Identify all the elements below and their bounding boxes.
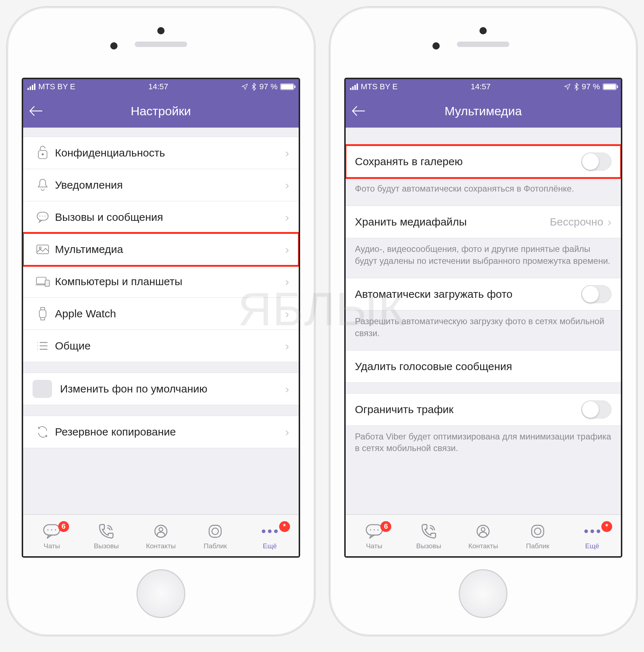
list-icon [33, 341, 53, 351]
clock-label: 14:57 [471, 82, 491, 91]
settings-row-notifications[interactable]: Уведомления › [23, 169, 299, 201]
row-delete-voice[interactable]: Удалить голосовые сообщения [346, 350, 621, 383]
toggle-limit-traffic[interactable] [581, 400, 611, 419]
settings-row-change-background[interactable]: Изменить фон по умолчанию › [23, 373, 299, 405]
row-label: Автоматически загружать фото [355, 288, 581, 300]
svg-point-4 [39, 247, 41, 249]
row-save-to-gallery[interactable]: Сохранять в галерею [346, 145, 621, 178]
tab-public[interactable]: Паблик [511, 522, 565, 550]
back-button[interactable] [346, 105, 371, 117]
tab-label: Ещё [585, 542, 599, 550]
chevron-right-icon: › [285, 275, 289, 288]
row-label: Apple Watch [53, 308, 285, 320]
tab-chats[interactable]: 6 Чаты [25, 522, 79, 550]
svg-rect-11 [209, 525, 221, 537]
row-auto-download[interactable]: Автоматически загружать фото [346, 278, 621, 310]
tab-contacts[interactable]: Контакты [133, 522, 188, 550]
camera-dot [157, 27, 165, 34]
chevron-right-icon: › [285, 425, 289, 439]
settings-row-calls-messages[interactable]: Вызовы и сообщения › [23, 201, 299, 233]
svg-point-23 [597, 529, 600, 533]
wallpaper-thumb [33, 380, 52, 398]
row-value: Бессрочно [550, 216, 603, 228]
signal-icon [350, 83, 358, 90]
speaker-grille [457, 42, 509, 47]
chats-badge: 6 [58, 521, 69, 532]
bluetooth-icon [574, 83, 579, 91]
svg-rect-20 [534, 528, 541, 535]
svg-rect-19 [532, 525, 543, 537]
location-icon [241, 83, 248, 90]
row-label: Конфиденциальность [53, 147, 285, 159]
more-icon [583, 522, 601, 541]
phone-icon [98, 522, 115, 541]
screen-left: MTS BY E 14:57 97 % Настройки [22, 78, 300, 558]
chat-icon [33, 211, 53, 223]
row-label: Общие [53, 340, 285, 352]
row-label: Мультимедиа [53, 243, 285, 256]
tab-label: Чаты [44, 542, 60, 550]
settings-row-general[interactable]: Общие › [23, 330, 299, 362]
watch-icon [33, 306, 53, 321]
row-label: Компьютеры и планшеты [53, 275, 285, 288]
speaker-grille [135, 42, 187, 47]
svg-point-13 [262, 529, 265, 533]
tab-chats[interactable]: 6 Чаты [347, 522, 402, 550]
footer-limit-traffic: Работа Viber будет оптимизирована для ми… [346, 426, 621, 455]
tab-bar: 6 Чаты Вызовы Контакты [23, 514, 299, 556]
svg-point-14 [268, 529, 272, 533]
more-icon [261, 522, 279, 541]
footer-store-media: Аудио-, видеосообщения, фото и другие пр… [346, 238, 621, 267]
tab-contacts[interactable]: Контакты [456, 522, 511, 550]
tab-calls[interactable]: Вызовы [401, 522, 456, 550]
svg-point-21 [584, 529, 588, 533]
page-title: Настройки [23, 104, 299, 118]
svg-point-1 [42, 154, 43, 155]
chevron-right-icon: › [285, 243, 289, 256]
row-label: Хранить медиафайлы [355, 216, 550, 228]
devices-icon [33, 276, 53, 287]
camera-dot [479, 27, 487, 34]
nav-bar: Настройки [23, 94, 299, 128]
tab-label: Ещё [263, 542, 277, 550]
tab-label: Вызовы [416, 542, 441, 550]
tab-label: Контакты [468, 542, 498, 550]
row-label: Резервное копирование [53, 426, 285, 438]
battery-icon [603, 83, 617, 90]
phone-icon [420, 522, 438, 541]
more-badge: * [601, 521, 612, 532]
row-store-media[interactable]: Хранить медиафайлы Бессрочно › [346, 206, 621, 238]
home-button[interactable] [459, 569, 508, 618]
contacts-icon [153, 522, 169, 541]
row-label: Сохранять в галерею [355, 155, 581, 168]
toggle-save-gallery[interactable] [581, 153, 611, 171]
svg-point-15 [274, 529, 278, 533]
toggle-auto-download[interactable] [581, 285, 611, 303]
nav-bar: Мультимедиа [346, 94, 621, 128]
signal-icon [27, 83, 35, 90]
settings-row-apple-watch[interactable]: Apple Watch › [23, 297, 299, 330]
back-button[interactable] [23, 105, 48, 117]
row-label: Уведомления [53, 179, 285, 191]
tab-label: Чаты [366, 542, 382, 550]
phone-mock-right: MTS BY E 14:57 97 % Мультимедиа [330, 7, 637, 635]
chevron-right-icon: › [285, 382, 289, 396]
settings-row-multimedia[interactable]: Мультимедиа › [23, 233, 299, 266]
tab-public[interactable]: Паблик [188, 522, 243, 550]
contacts-icon [475, 522, 491, 541]
home-button[interactable] [136, 569, 185, 618]
public-icon [207, 522, 223, 541]
settings-row-privacy[interactable]: Конфиденциальность › [23, 137, 299, 169]
tab-bar: 6 Чаты Вызовы Контакты [346, 514, 621, 556]
settings-row-computers[interactable]: Компьютеры и планшеты › [23, 265, 299, 298]
settings-row-backup[interactable]: Резервное копирование › [23, 416, 299, 448]
proximity-sensor [110, 42, 118, 50]
refresh-icon [33, 426, 53, 438]
tab-more[interactable]: * Ещё [243, 522, 297, 550]
tab-calls[interactable]: Вызовы [79, 522, 134, 550]
tab-label: Паблик [526, 542, 549, 550]
row-label: Изменить фон по умолчанию [60, 383, 285, 395]
row-limit-traffic[interactable]: Ограничить трафик [346, 393, 621, 426]
tab-more[interactable]: * Ещё [565, 522, 619, 550]
proximity-sensor [432, 42, 440, 50]
